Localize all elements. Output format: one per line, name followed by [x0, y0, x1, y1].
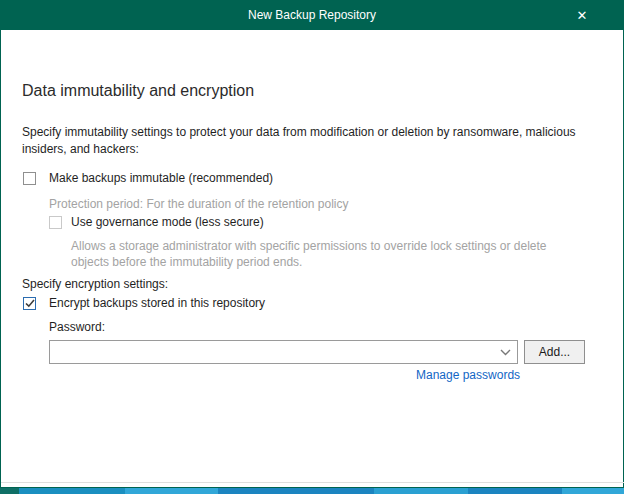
protection-period-text: Protection period: For the duration of t… [49, 196, 349, 213]
dialog-title: New Backup Repository [248, 8, 376, 22]
chevron-down-icon[interactable] [493, 341, 517, 363]
manage-passwords-link[interactable]: Manage passwords [416, 368, 520, 382]
dialog-body: Data immutability and encryption Specify… [0, 30, 624, 488]
password-combobox[interactable] [49, 340, 518, 364]
immutability-intro-text: Specify immutability settings to protect… [22, 124, 600, 158]
encrypt-backups-checkbox[interactable] [23, 297, 36, 310]
footer-separator [1, 482, 624, 483]
background-window-strip [0, 488, 624, 494]
make-backups-immutable-checkbox[interactable] [23, 172, 36, 185]
page-title: Data immutability and encryption [22, 82, 254, 100]
make-backups-immutable-label: Make backups immutable (recommended) [49, 171, 273, 185]
encryption-intro-text: Specify encryption settings: [22, 276, 168, 293]
encrypt-backups-label: Encrypt backups stored in this repositor… [49, 296, 265, 310]
password-label: Password: [49, 319, 105, 336]
new-backup-repository-dialog: New Backup Repository ✕ Data immutabilit… [0, 0, 624, 494]
governance-description-text: Allows a storage administrator with spec… [71, 238, 587, 270]
add-password-button[interactable]: Add... [524, 340, 585, 364]
use-governance-mode-label: Use governance mode (less secure) [71, 215, 264, 229]
title-bar: New Backup Repository ✕ [0, 0, 624, 30]
password-combobox-input[interactable] [50, 341, 493, 363]
check-icon [25, 299, 35, 308]
use-governance-mode-checkbox[interactable] [49, 216, 62, 229]
close-icon[interactable]: ✕ [564, 0, 600, 30]
